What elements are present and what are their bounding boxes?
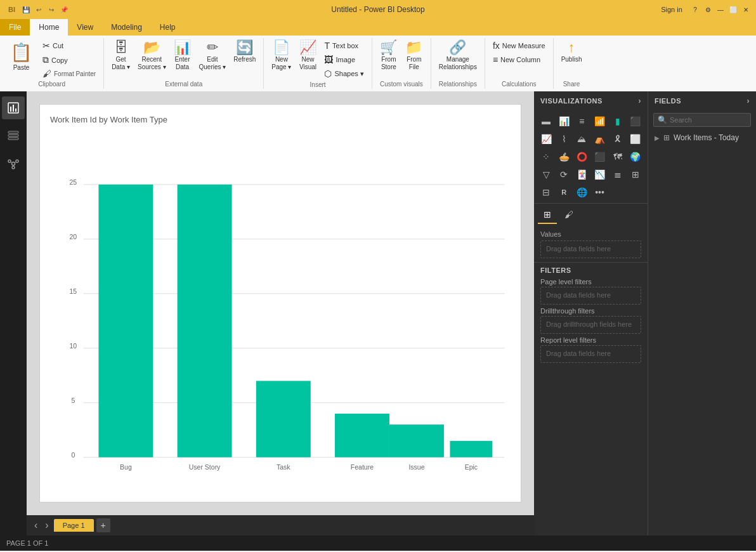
redo-icon[interactable]: ↪ <box>46 4 56 15</box>
new-measure-button[interactable]: fx New Measure <box>490 39 548 52</box>
viz-line-col[interactable]: ⛺ <box>591 131 608 147</box>
nav-report-icon[interactable] <box>2 96 25 119</box>
filters-header: FILTERS <box>540 266 641 274</box>
viz-table[interactable]: ⊞ <box>627 166 644 183</box>
close-btn[interactable]: ✕ <box>741 4 751 15</box>
svg-text:Bug: Bug <box>120 463 132 471</box>
from-file-label: FromFile <box>407 56 421 71</box>
settings-icon[interactable]: ⚙ <box>703 4 713 15</box>
viz-globe[interactable]: 🌐 <box>573 184 590 200</box>
viz-treemap[interactable]: ⬛ <box>591 148 608 165</box>
window-title: Untitled - Power BI Desktop <box>331 5 424 14</box>
visualizations-panel: VISUALIZATIONS › ▬ 📊 ≡ 📶 ▮ ⬛ 📈 ⌇ ⛰ ⛺ 🎗 ⬜ <box>534 91 648 536</box>
viz-funnel[interactable]: ▽ <box>538 166 554 183</box>
viz-pie[interactable]: 🥧 <box>556 148 572 165</box>
get-data-button[interactable]: 🗄 GetData ▾ <box>109 39 133 72</box>
image-button[interactable]: 🖼 Image <box>322 53 366 66</box>
paste-button[interactable]: 📋 Paste <box>5 39 37 74</box>
ribbon-content: 📋 Paste ✂ Cut ⧉ Copy 🖌 Format Painter Cl… <box>0 36 756 91</box>
textbox-button[interactable]: T Text box <box>322 39 366 52</box>
viz-line[interactable]: 📈 <box>538 131 554 147</box>
fields-panel-chevron[interactable]: › <box>747 96 750 105</box>
save-icon[interactable]: 💾 <box>21 4 31 15</box>
page-level-drag[interactable]: Drag data fields here <box>540 287 641 305</box>
new-visual-button[interactable]: 📈 NewVisual <box>296 39 319 72</box>
new-measure-icon: fx <box>493 41 500 51</box>
minimize-btn[interactable]: — <box>715 4 726 15</box>
tab-modeling[interactable]: Modeling <box>102 19 151 36</box>
insert-items: 📄 NewPage ▾ 📈 NewVisual T Text box 🖼 Ima… <box>269 39 367 80</box>
viz-waterfall[interactable]: ⬜ <box>627 131 644 147</box>
viz-scatter[interactable]: ⁘ <box>538 148 554 165</box>
tab-view[interactable]: View <box>68 19 102 36</box>
new-page-button[interactable]: 📄 NewPage ▾ <box>269 39 294 72</box>
undo-icon[interactable]: ↩ <box>34 4 44 15</box>
viz-tab-format[interactable]: 🖌 <box>559 206 578 224</box>
viz-100-col[interactable]: ⬛ <box>627 113 644 129</box>
title-bar-icons: BI 💾 ↩ ↪ 📌 <box>5 4 69 15</box>
publish-button[interactable]: ↑ Publish <box>559 39 585 65</box>
viz-100-bar[interactable]: ≡ <box>573 113 590 129</box>
viz-more[interactable]: ••• <box>591 184 608 200</box>
viz-kpi[interactable]: 📉 <box>591 166 608 183</box>
viz-stacked-area[interactable]: ⛰ <box>573 131 590 147</box>
svg-text:Feature: Feature <box>351 463 374 471</box>
viz-area[interactable]: ⌇ <box>556 131 572 147</box>
viz-panel-title: VISUALIZATIONS <box>540 97 603 105</box>
viz-stacked-bar[interactable]: ▬ <box>538 113 554 129</box>
format-painter-label: Format Painter <box>54 70 96 77</box>
app-logo: BI <box>5 4 18 15</box>
fields-search-box[interactable]: 🔍 <box>653 113 751 127</box>
viz-clustered-col[interactable]: ▮ <box>609 113 626 129</box>
viz-matrix[interactable]: ⊟ <box>538 184 554 200</box>
nav-model-icon[interactable] <box>2 152 25 175</box>
viz-donut[interactable]: ⭕ <box>573 148 590 165</box>
recent-sources-button[interactable]: 📂 RecentSources ▾ <box>135 39 168 72</box>
viz-card[interactable]: 🃏 <box>573 166 590 183</box>
paste-icon: 📋 <box>10 42 32 63</box>
viz-gauge[interactable]: ⟳ <box>556 166 572 183</box>
fields-search-input[interactable] <box>670 116 756 124</box>
format-painter-button[interactable]: 🖌 Format Painter <box>40 68 98 79</box>
copy-button[interactable]: ⧉ Copy <box>40 53 98 67</box>
add-page-button[interactable]: + <box>96 518 110 532</box>
maximize-btn[interactable]: ⬜ <box>728 4 738 15</box>
nav-data-icon[interactable] <box>2 124 25 147</box>
fields-panel-title: FIELDS <box>655 97 681 105</box>
page-next-btn[interactable]: › <box>42 518 51 532</box>
viz-panel-chevron[interactable]: › <box>639 96 642 105</box>
tab-home[interactable]: Home <box>30 19 68 36</box>
sign-in-btn[interactable]: Sign in <box>656 4 688 15</box>
refresh-button[interactable]: 🔄 Refresh <box>231 39 258 65</box>
tab-help[interactable]: Help <box>151 19 185 36</box>
tab-file[interactable]: File <box>0 19 30 36</box>
page-tab-1[interactable]: Page 1 <box>54 519 94 532</box>
edit-queries-button[interactable]: ✏ EditQueries ▾ <box>197 39 229 72</box>
viz-ribbon[interactable]: 🎗 <box>609 131 626 147</box>
from-store-button[interactable]: 🛒 FromStore <box>377 39 400 72</box>
viz-r-script[interactable]: R <box>556 184 572 200</box>
new-column-button[interactable]: ≡ New Column <box>490 53 548 66</box>
from-file-button[interactable]: 📁 FromFile <box>403 39 426 72</box>
viz-filled-map[interactable]: 🌍 <box>627 148 644 165</box>
values-drag-zone[interactable]: Drag data fields here <box>540 240 641 258</box>
chart-card[interactable]: Work Item Id by Work Item Type 0 5 10 15… <box>39 104 521 503</box>
manage-relationships-button[interactable]: 🔗 ManageRelationships <box>436 39 479 72</box>
help-icon[interactable]: ? <box>690 4 700 15</box>
viz-map[interactable]: 🗺 <box>609 148 626 165</box>
field-item-work-items[interactable]: ▶ ⊞ Work Items - Today <box>648 131 756 145</box>
shapes-button[interactable]: ⬡ Shapes ▾ <box>322 67 366 80</box>
viz-slicer[interactable]: ≣ <box>609 166 626 183</box>
shapes-label: Shapes ▾ <box>334 70 363 78</box>
calc-col: fx New Measure ≡ New Column <box>490 39 548 66</box>
fields-panel: FIELDS › 🔍 ▶ ⊞ Work Items - Today <box>648 91 756 536</box>
svg-text:20: 20 <box>69 233 77 240</box>
viz-stacked-col[interactable]: 📶 <box>591 113 608 129</box>
enter-data-button[interactable]: 📊 EnterData <box>171 39 194 72</box>
viz-clustered-bar[interactable]: 📊 <box>556 113 572 129</box>
page-prev-btn[interactable]: ‹ <box>32 518 40 532</box>
viz-tab-fields[interactable]: ⊞ <box>538 206 557 224</box>
drillthrough-drag[interactable]: Drag drillthrough fields here <box>540 316 641 334</box>
cut-button[interactable]: ✂ Cut <box>40 39 98 52</box>
report-level-drag[interactable]: Drag data fields here <box>540 345 641 363</box>
